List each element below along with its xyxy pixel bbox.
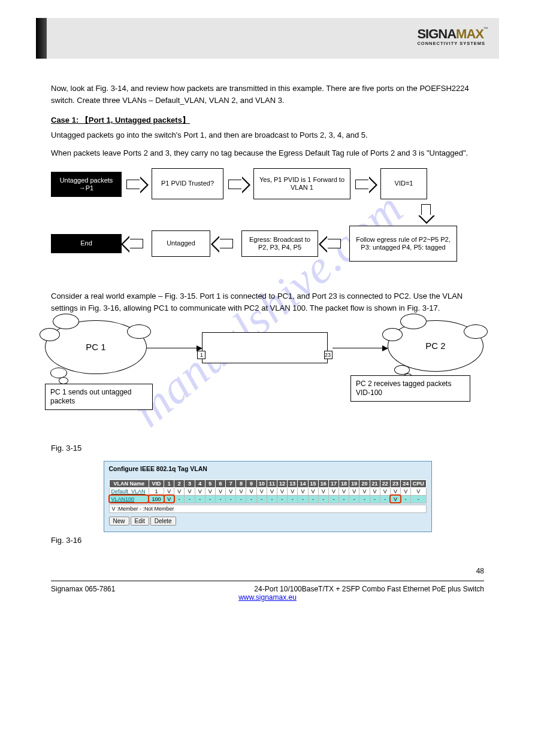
- header-bar: SIGNAMAX™ CONNECTIVITY SYSTEMS: [36, 18, 499, 59]
- edit-button[interactable]: Edit: [131, 517, 149, 526]
- vlan-col-19: 19: [349, 479, 359, 487]
- vlan-row: VLAN100100V---------------------V--: [109, 495, 426, 503]
- port-1-label: 1: [200, 352, 203, 358]
- vlan-cell: V: [205, 487, 215, 495]
- footer-right: 24-Port 10/100BaseT/TX + 2SFP Combo Fast…: [254, 585, 484, 593]
- arrow-icon: [219, 239, 233, 248]
- vlan-col-22: 22: [380, 479, 390, 487]
- vlan-cell: V: [328, 487, 338, 495]
- logo-tm: ™: [483, 26, 488, 32]
- pc2-textbox: PC 2 receives tagged packets VID-100: [350, 375, 470, 402]
- vlan-col-4: 4: [195, 479, 205, 487]
- flow-box-3: Yes, P1 PVID is 1 Forward to VLAN 1: [253, 168, 350, 199]
- cloud-pc2-label: PC 2: [425, 341, 445, 351]
- vlan-name-link[interactable]: VLAN100: [109, 495, 149, 503]
- vlan-vid: 100: [149, 495, 164, 503]
- case-1-p2: When packets leave Ports 2 and 3, they c…: [51, 147, 484, 159]
- vlan-name-link[interactable]: Default_VLAN: [109, 487, 149, 495]
- vlan-cell: -: [288, 495, 298, 503]
- vlan-col-2: 2: [174, 479, 185, 487]
- pc1-textbox: PC 1 sends out untagged packets: [45, 384, 153, 410]
- logo-text-1: SIGNA: [417, 26, 456, 41]
- flow-box-start: Untagged packets →P1: [51, 172, 122, 197]
- logo-subtitle: CONNECTIVITY SYSTEMS: [417, 41, 488, 46]
- vlan-col-8: 8: [236, 479, 246, 487]
- vlan-cell: -: [411, 495, 426, 503]
- packet-flow-diagram: Untagged packets →P1 P1 PVID Trusted? Ye…: [51, 166, 484, 286]
- logo-text-2: MAX: [456, 26, 483, 41]
- vlan-cell: -: [401, 495, 411, 503]
- vlan-cell: V: [267, 487, 277, 495]
- vlan-cell: V: [370, 487, 380, 495]
- vlan-col-vlan-name: VLAN Name: [109, 479, 149, 487]
- vlan-cell: V: [288, 487, 298, 495]
- vlan-col-cpu: CPU: [411, 479, 426, 487]
- brand-logo: SIGNAMAX™ CONNECTIVITY SYSTEMS: [417, 26, 488, 46]
- vlan-col-18: 18: [339, 479, 349, 487]
- vlan-row: Default_VLAN1VVVVVVVVVVVVVVVVVVVVVVVVV: [109, 487, 426, 495]
- delete-button[interactable]: Delete: [150, 517, 176, 526]
- case-1-title: Case 1: 【Port 1, Untagged packets】: [51, 115, 484, 126]
- footer-url[interactable]: www.signamax.eu: [238, 593, 297, 602]
- vlan-cell: -: [236, 495, 246, 503]
- vlan-cell: V: [246, 487, 256, 495]
- vlan-col-12: 12: [277, 479, 287, 487]
- vlan-cell: -: [298, 495, 308, 503]
- vlan-col-6: 6: [215, 479, 225, 487]
- vlan-cell: V: [390, 487, 400, 495]
- vlan-cell: V: [195, 487, 205, 495]
- vlan-cell: V: [318, 487, 328, 495]
- cloud-pc1: PC 1: [45, 320, 147, 374]
- switch-device: 1 23: [202, 332, 328, 363]
- case-1-p1: Untagged packets go into the switch's Po…: [51, 129, 484, 141]
- arrow-icon: [355, 180, 370, 189]
- vlan-col-vid: VID: [149, 479, 164, 487]
- vlan-button-row: NewEditDelete: [109, 517, 427, 526]
- vlan-cell: -: [267, 495, 277, 503]
- arrow-icon: [129, 239, 143, 248]
- vlan-col-3: 3: [185, 479, 195, 487]
- vlan-cell: V: [164, 487, 174, 495]
- port-23-label: 23: [325, 352, 331, 358]
- vlan-cell: V: [215, 487, 225, 495]
- vlan-cell: -: [318, 495, 328, 503]
- vlan-cell: -: [174, 495, 185, 503]
- flow-box-5: Follow egress rule of P2~P5 P2, P3: unta…: [349, 226, 457, 262]
- figure-3-16-caption: Fig. 3-16: [51, 536, 484, 545]
- vlan-legend: V :Member - :Not Member: [109, 505, 427, 513]
- vlan-cell: V: [380, 487, 390, 495]
- arrow-icon: [147, 348, 202, 349]
- vlan-cell: -: [380, 495, 390, 503]
- intro-2-paragraph: Consider a real world example – Fig. 3-1…: [51, 290, 484, 314]
- vlan-col-9: 9: [246, 479, 256, 487]
- vlan-col-17: 17: [328, 479, 338, 487]
- vlan-cell: V: [226, 487, 236, 495]
- vlan-cell: V: [298, 487, 308, 495]
- arrow-icon: [126, 180, 141, 189]
- vlan-cell: V: [339, 487, 349, 495]
- arrow-icon: [333, 348, 388, 349]
- flow-box-end: End: [51, 234, 122, 253]
- vlan-col-1: 1: [164, 479, 174, 487]
- vlan-cell: -: [349, 495, 359, 503]
- vlan-cell: -: [246, 495, 256, 503]
- cloud-pc1-label: PC 1: [86, 342, 105, 352]
- vlan-cell: V: [390, 495, 400, 503]
- vlan-table-header: VLAN NameVID1234567891011121314151617181…: [109, 479, 426, 487]
- vlan-cell: -: [195, 495, 205, 503]
- vlan-col-23: 23: [390, 479, 400, 487]
- vlan-cell: -: [370, 495, 380, 503]
- vlan-cell: -: [226, 495, 236, 503]
- arrow-icon: [228, 180, 243, 189]
- vlan-cell: V: [277, 487, 287, 495]
- vlan-col-24: 24: [401, 479, 411, 487]
- arrow-icon: [421, 204, 431, 216]
- vlan-col-5: 5: [205, 479, 215, 487]
- vlan-col-21: 21: [370, 479, 380, 487]
- vlan-cell: V: [411, 487, 426, 495]
- vlan-cell: V: [174, 487, 185, 495]
- vlan-cell: V: [359, 487, 370, 495]
- new-button[interactable]: New: [109, 517, 129, 526]
- page-footer: 48 Signamax 065-7861 24-Port 10/100BaseT…: [51, 581, 484, 602]
- vlan-config-panel: Configure IEEE 802.1q Tag VLAN VLAN Name…: [104, 461, 432, 532]
